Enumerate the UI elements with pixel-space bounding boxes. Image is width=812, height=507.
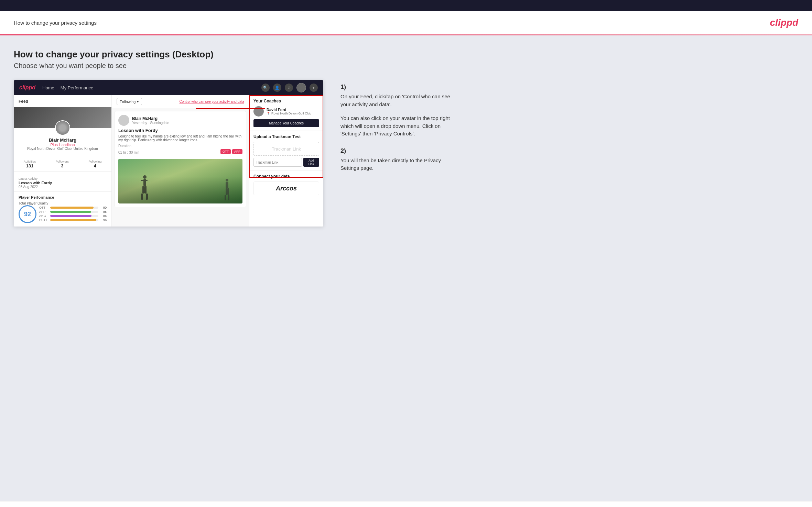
app-right-panel: Your Coaches David Ford 📍 Royal North De… bbox=[249, 95, 323, 227]
footer: Copyright Clippd 2022 bbox=[0, 501, 812, 507]
coach-name: David Ford bbox=[267, 108, 311, 112]
step1-number: 1) bbox=[340, 84, 798, 91]
nav-link-home[interactable]: Home bbox=[42, 85, 54, 90]
profile-club: Royal North Devon Golf Club, United King… bbox=[19, 147, 107, 151]
following-button[interactable]: Following ▾ bbox=[117, 98, 142, 105]
activities-label: Activities bbox=[24, 160, 36, 163]
manage-coaches-button[interactable]: Manage Your Coaches bbox=[253, 119, 319, 127]
instruction-step2: 2) You will then be taken directly to th… bbox=[340, 147, 798, 172]
post-image bbox=[118, 159, 242, 203]
step2-number: 2) bbox=[340, 147, 798, 155]
putt-track bbox=[50, 219, 98, 221]
trackman-input-row: Add Link bbox=[253, 158, 319, 167]
app-nav-icons: 🔍 👤 ⊕ ▾ bbox=[261, 83, 318, 92]
stat-followers: Followers 3 bbox=[55, 160, 69, 168]
person-icon[interactable]: 👤 bbox=[273, 84, 281, 92]
post-description: Looking to feel like my hands are exitin… bbox=[118, 134, 242, 142]
coaches-title: Your Coaches bbox=[253, 99, 319, 103]
latest-activity-date: 03 Aug 2022 bbox=[19, 185, 107, 189]
player-performance: Player Performance Total Player Quality … bbox=[14, 192, 111, 227]
arg-value: 86 bbox=[100, 214, 107, 218]
ott-fill bbox=[50, 207, 94, 209]
coach-club: 📍 Royal North Devon Golf Club bbox=[267, 112, 311, 115]
quality-circle: 92 bbox=[19, 205, 36, 223]
app-nav-logo: clippd bbox=[19, 85, 35, 91]
user-avatar[interactable] bbox=[296, 83, 306, 92]
golfer-silhouette bbox=[139, 174, 151, 202]
app-sidebar: Feed Blair McHarg Plus Handicap Royal No… bbox=[14, 95, 112, 227]
app-track bbox=[50, 211, 98, 213]
clippd-logo: clippd bbox=[770, 17, 798, 28]
app-value: 85 bbox=[100, 210, 107, 213]
svg-rect-6 bbox=[146, 194, 148, 200]
connect-title: Connect your data bbox=[253, 174, 319, 179]
quality-row: 92 OTT 90 APP bbox=[19, 205, 107, 223]
profile-banner bbox=[14, 107, 111, 128]
post-duration-label: Duration bbox=[118, 144, 242, 148]
chevron-down-icon: ▾ bbox=[137, 99, 139, 104]
svg-rect-10 bbox=[227, 188, 229, 195]
arg-fill bbox=[50, 215, 91, 217]
header: How to change your privacy settings clip… bbox=[0, 11, 812, 34]
svg-rect-2 bbox=[141, 180, 148, 181]
app-feed: Following ▾ Control who can see your act… bbox=[112, 95, 249, 227]
control-privacy-link[interactable]: Control who can see your activity and da… bbox=[180, 100, 244, 103]
page-subheading: Choose what you want people to see bbox=[14, 62, 798, 70]
location-icon: 📍 bbox=[267, 112, 270, 115]
upload-section: Upload a Trackman Test Trackman Link Add… bbox=[249, 131, 323, 170]
coach-item: David Ford 📍 Royal North Devon Golf Club bbox=[253, 106, 319, 117]
chevron-down-icon[interactable]: ▾ bbox=[310, 84, 318, 92]
content-area: clippd Home My Performance 🔍 👤 ⊕ ▾ bbox=[14, 80, 798, 227]
followers-value: 3 bbox=[55, 163, 69, 168]
profile-stats: Activities 131 Followers 3 Following 4 bbox=[14, 157, 111, 172]
post-author: Blair McHarg Yesterday · Sunningdale bbox=[118, 115, 242, 126]
followers-label: Followers bbox=[55, 160, 69, 163]
putt-value: 96 bbox=[100, 218, 107, 222]
arccos-box: Arccos bbox=[253, 181, 319, 195]
app-body: Feed Blair McHarg Plus Handicap Royal No… bbox=[14, 95, 323, 227]
svg-rect-9 bbox=[226, 188, 227, 195]
nav-link-performance[interactable]: My Performance bbox=[61, 85, 93, 90]
tag-ott: OTT bbox=[220, 149, 231, 154]
feed-post: Blair McHarg Yesterday · Sunningdale Les… bbox=[115, 111, 246, 207]
feed-tab[interactable]: Feed bbox=[14, 95, 111, 107]
post-author-loc: Yesterday · Sunningdale bbox=[132, 121, 169, 125]
stat-activities: Activities 131 bbox=[24, 160, 36, 168]
svg-rect-5 bbox=[141, 194, 143, 200]
settings-icon[interactable]: ⊕ bbox=[285, 84, 293, 92]
post-author-avatar bbox=[118, 115, 129, 126]
post-tags: OTT APP bbox=[220, 149, 242, 154]
instruction-step1: 1) On your Feed, click/tap on 'Control w… bbox=[340, 84, 798, 138]
arg-track bbox=[50, 215, 98, 217]
arccos-name: Arccos bbox=[276, 185, 297, 192]
page-heading: How to change your privacy settings (Des… bbox=[14, 49, 798, 60]
red-arrow-line bbox=[196, 108, 265, 109]
post-title: Lesson with Fordy bbox=[118, 128, 242, 133]
upload-title: Upload a Trackman Test bbox=[253, 134, 319, 139]
tag-app: APP bbox=[232, 149, 242, 154]
search-icon[interactable]: 🔍 bbox=[261, 84, 270, 92]
app-fill bbox=[50, 211, 91, 213]
step1-text: On your Feed, click/tap on 'Control who … bbox=[340, 93, 457, 108]
svg-rect-8 bbox=[226, 182, 228, 188]
top-bar bbox=[0, 0, 812, 11]
svg-rect-3 bbox=[142, 186, 144, 194]
following-label: Following bbox=[88, 160, 101, 163]
add-link-button[interactable]: Add Link bbox=[303, 158, 319, 167]
post-duration-value: 01 hr : 30 min bbox=[118, 151, 139, 154]
trackman-input[interactable] bbox=[253, 158, 302, 167]
step2-text: You will then be taken directly to the P… bbox=[340, 157, 457, 172]
post-author-info: Blair McHarg Yesterday · Sunningdale bbox=[132, 116, 169, 125]
trackman-box: Trackman Link bbox=[253, 142, 319, 156]
step1-text2: You can also click on your avatar in the… bbox=[340, 114, 457, 138]
coach-avatar bbox=[253, 106, 264, 117]
profile-avatar bbox=[55, 120, 70, 135]
putt-bar-row: PUTT 96 bbox=[39, 218, 107, 222]
ott-value: 90 bbox=[100, 206, 107, 209]
main-content: How to change your privacy settings (Des… bbox=[0, 35, 812, 501]
coach-info: David Ford 📍 Royal North Devon Golf Club bbox=[267, 108, 311, 115]
arg-label: ARG bbox=[39, 214, 49, 218]
svg-rect-4 bbox=[144, 186, 147, 194]
perf-title: Player Performance bbox=[19, 195, 107, 199]
latest-activity-label: Latest Activity bbox=[19, 177, 107, 180]
